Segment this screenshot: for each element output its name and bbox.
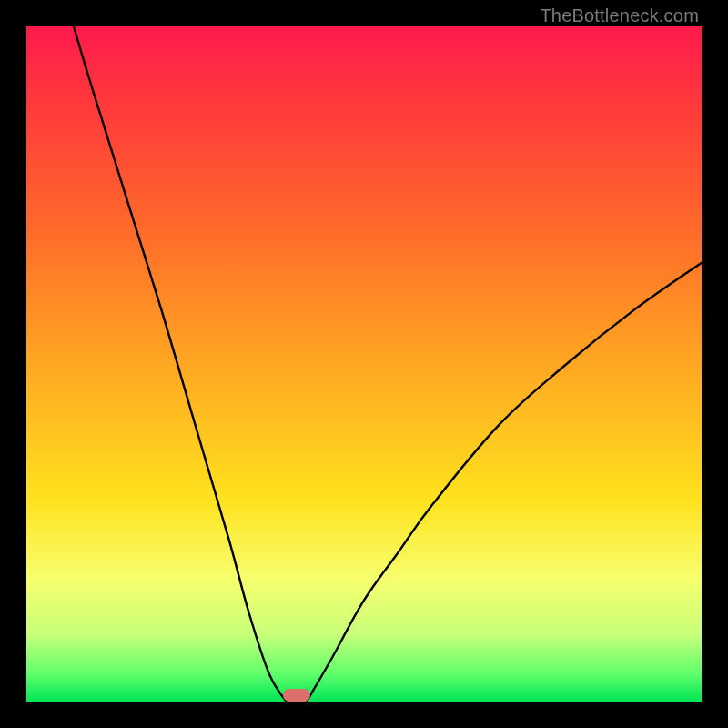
chart-curves-svg — [26, 26, 702, 702]
chart-plot-area — [26, 26, 702, 702]
curve-right-branch — [307, 263, 702, 702]
outer-black-frame: TheBottleneck.com — [0, 0, 728, 728]
bottleneck-minimum-marker — [283, 689, 310, 702]
watermark-text: TheBottleneck.com — [540, 5, 699, 26]
curve-left-branch — [74, 26, 287, 702]
